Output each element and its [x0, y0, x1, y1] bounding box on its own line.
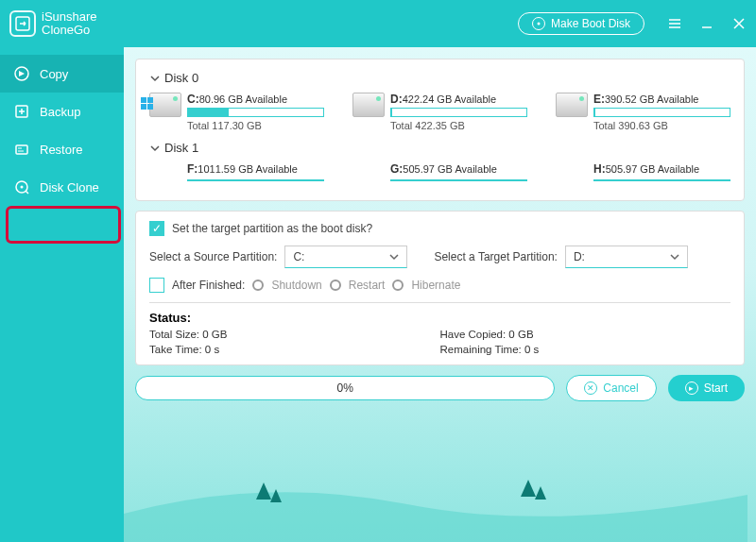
sidebar-item-label: Disk Clone [40, 180, 99, 195]
disk0-header[interactable]: Disk 0 [149, 71, 730, 85]
partition-h[interactable]: H:505.97 GB Available [556, 162, 730, 181]
chevron-down-icon [149, 73, 161, 84]
after-finished-checkbox[interactable] [149, 278, 164, 293]
boot-disk-checkbox[interactable]: ✓ [149, 221, 164, 236]
drive-icon [149, 93, 181, 117]
close-button[interactable] [731, 16, 747, 31]
menu-button[interactable] [667, 16, 682, 31]
svg-point-6 [21, 186, 24, 189]
svg-rect-4 [16, 145, 27, 154]
backup-icon [13, 103, 30, 120]
disk-clone-icon [13, 178, 30, 195]
minimize-icon [700, 17, 713, 30]
progress-bar: 0% [135, 376, 555, 400]
partition-total: Total 422.35 GB [390, 120, 527, 131]
restart-label: Restart [349, 279, 386, 292]
restore-icon [13, 141, 30, 158]
partition-f[interactable]: F:1011.59 GB Available [149, 162, 324, 181]
app-title: iSunshare CloneGo [42, 10, 97, 37]
target-partition-select[interactable]: D: [565, 246, 688, 268]
sidebar-item-label: Restore [40, 143, 83, 157]
svg-point-1 [537, 23, 540, 25]
windows-icon [141, 97, 154, 110]
after-finished-label: After Finished: [172, 279, 245, 292]
chevron-down-icon [670, 252, 679, 262]
partition-e[interactable]: E:390.52 GB Available Total 390.63 GB [556, 93, 730, 131]
options-panel: ✓ Set the target partition as the boot d… [135, 211, 745, 365]
sidebar-item-label: Copy [40, 67, 68, 81]
sidebar-item-restore[interactable]: Restore [0, 130, 124, 168]
logo-icon [9, 10, 36, 37]
shutdown-radio[interactable] [252, 279, 264, 291]
svg-rect-8 [147, 97, 153, 103]
source-partition-select[interactable]: C: [284, 246, 407, 268]
disk-icon [532, 17, 545, 30]
sidebar-item-label: Backup [40, 105, 80, 119]
copy-icon [13, 65, 30, 82]
hamburger-icon [668, 17, 681, 30]
sidebar-item-backup[interactable]: Backup [0, 93, 124, 130]
cancel-button[interactable]: ✕ Cancel [566, 375, 656, 401]
hibernate-radio[interactable] [392, 279, 404, 291]
close-icon [732, 17, 746, 30]
chevron-down-icon [389, 252, 399, 262]
shutdown-label: Shutdown [271, 279, 321, 292]
partition-total: Total 117.30 GB [187, 120, 324, 131]
partition-g[interactable]: G:505.97 GB Available [352, 162, 527, 181]
sidebar: Copy Backup Restore Disk Clone [0, 47, 124, 542]
background-illustration [124, 429, 747, 542]
drive-icon [556, 93, 588, 117]
partition-c[interactable]: C:80.96 GB Available Total 117.30 GB [149, 93, 324, 131]
partition-d[interactable]: D:422.24 GB Available Total 422.35 GB [352, 93, 527, 131]
svg-rect-9 [141, 104, 146, 110]
restart-radio[interactable] [330, 279, 341, 291]
disk1-header[interactable]: Disk 1 [149, 141, 730, 155]
app-logo: iSunshare CloneGo [9, 10, 97, 37]
status-title: Status: [149, 311, 730, 325]
chevron-down-icon [149, 143, 161, 154]
status-total-size: Total Size: 0 GB [149, 329, 440, 340]
sidebar-item-disk-clone[interactable]: Disk Clone [0, 168, 124, 206]
partition-total: Total 390.63 GB [593, 120, 730, 131]
source-partition-label: Select a Source Partition: [149, 250, 277, 263]
status-copied: Have Copied: 0 GB [440, 329, 731, 340]
cancel-icon: ✕ [584, 381, 597, 395]
svg-rect-7 [141, 97, 146, 103]
svg-rect-10 [147, 104, 153, 110]
drive-icon [352, 93, 385, 117]
boot-disk-label: Set the target partition as the boot dis… [172, 222, 372, 235]
hibernate-label: Hibernate [411, 279, 460, 292]
disks-panel: Disk 0 C:80.96 GB Available [135, 59, 745, 201]
make-boot-disk-button[interactable]: Make Boot Disk [518, 12, 644, 35]
status-take-time: Take Time: 0 s [149, 344, 440, 355]
start-button[interactable]: ▸ Start [668, 375, 745, 401]
sidebar-item-copy[interactable]: Copy [0, 55, 124, 93]
status-remaining: Remaining Time: 0 s [440, 344, 731, 355]
play-icon: ▸ [685, 381, 698, 395]
minimize-button[interactable] [699, 16, 714, 31]
highlight-annotation [6, 206, 121, 244]
target-partition-label: Select a Target Partition: [434, 250, 558, 263]
